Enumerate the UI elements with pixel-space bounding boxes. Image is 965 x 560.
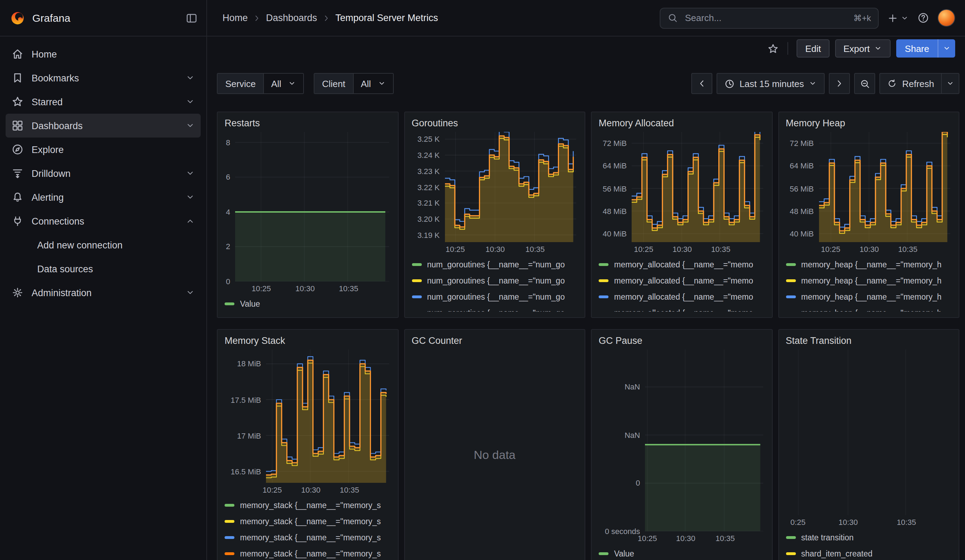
legend-item[interactable]: memory_stack {__name__="memory_s [224, 497, 391, 513]
plot-area[interactable] [790, 349, 950, 515]
x-tick-label: 10:30 [859, 245, 879, 253]
x-tick-label: 10:30 [838, 518, 858, 526]
chevron-down-wrap [185, 288, 195, 297]
add-button[interactable] [887, 12, 909, 23]
legend-series-label: memory_heap {__name__="memory_h [801, 276, 942, 284]
y-tick-label: 3.21 K [417, 199, 440, 207]
panel-title[interactable]: GC Counter [412, 334, 577, 349]
legend-item[interactable]: num_goroutines {__name__="num_go [412, 256, 577, 272]
time-range-button[interactable]: Last 15 minutes [716, 73, 825, 94]
search-box[interactable]: ⌘+k [660, 7, 879, 28]
legend-item[interactable]: memory_heap {__name__="memory_h [786, 305, 952, 312]
help-button[interactable] [917, 12, 929, 24]
export-button[interactable]: Export [835, 39, 891, 57]
legend-series-label: memory_stack {__name__="memory_s [240, 549, 381, 558]
legend-series-label: Value [614, 549, 634, 558]
sidebar-item-connections[interactable]: Connections [6, 209, 201, 233]
share-menu-button[interactable] [938, 39, 955, 57]
drilldown-icon-wrap [11, 167, 24, 180]
panel-title[interactable]: State Transition [786, 334, 952, 349]
sidebar-item-home[interactable]: Home [6, 42, 201, 66]
plot-area[interactable] [631, 132, 763, 242]
legend-series-color [786, 295, 795, 298]
y-tick-label: 3.23 K [417, 167, 440, 175]
toggle-sidebar-button[interactable] [185, 11, 198, 24]
plot-area[interactable] [266, 349, 389, 483]
x-tick-label: 10:30 [296, 284, 315, 292]
x-tick-label: 10:25 [252, 284, 271, 292]
legend-item[interactable]: state transition [786, 529, 952, 545]
panel-title[interactable]: Memory Allocated [599, 116, 765, 132]
legend-series-label: num_goroutines {__name__="num_go [427, 260, 564, 268]
chev-up-icon [185, 216, 195, 226]
service-variable: Service All [217, 73, 304, 94]
panel-title[interactable]: Restarts [224, 116, 391, 132]
breadcrumb-item-dashboards[interactable]: Dashboards [266, 13, 317, 23]
legend-item[interactable]: memory_allocated {__name__="memo [599, 272, 765, 289]
legend-series-label: num_goroutines {__name__="num_go [427, 292, 564, 301]
sidebar-item-bookmarks[interactable]: Bookmarks [6, 66, 201, 90]
legend: Value [599, 543, 765, 560]
client-variable-select[interactable]: All [353, 73, 393, 93]
plot-area[interactable] [235, 132, 389, 281]
plot-area[interactable] [445, 132, 576, 242]
plot-area[interactable] [819, 132, 950, 242]
breadcrumb-item-home[interactable]: Home [222, 13, 248, 23]
y-tick-label: NaN [625, 383, 640, 391]
legend-item[interactable]: memory_heap {__name__="memory_h [786, 256, 952, 272]
legend-item[interactable]: shard_item_created [786, 545, 952, 560]
panel-title[interactable]: Goroutines [412, 116, 577, 132]
legend-item[interactable]: num_goroutines {__name__="num_go [412, 289, 577, 305]
share-button[interactable]: Share [896, 39, 938, 57]
legend-item[interactable]: Value [224, 296, 391, 312]
sidebar-item-dashboards[interactable]: Dashboards [6, 114, 201, 137]
legend-item[interactable]: memory_stack {__name__="memory_s [224, 513, 391, 529]
legend-item[interactable]: Value [599, 545, 765, 560]
legend-series-color [224, 536, 234, 539]
x-axis: 10:2510:3010:35 [266, 483, 391, 495]
legend-item[interactable]: memory_allocated {__name__="memo [599, 289, 765, 305]
x-axis: 10:2510:3010:35 [445, 242, 577, 254]
zoom-out-button[interactable] [854, 73, 875, 94]
panel-title[interactable]: Memory Heap [786, 116, 952, 132]
bookmark-icon [11, 72, 24, 84]
legend-item[interactable]: memory_stack {__name__="memory_s [224, 545, 391, 560]
legend-item[interactable]: num_goroutines {__name__="num_go [412, 272, 577, 289]
time-back-button[interactable] [691, 73, 712, 94]
favorite-button[interactable] [767, 42, 779, 54]
service-variable-value: All [271, 78, 281, 89]
drilldown-icon [11, 167, 24, 180]
sidebar-item-administration[interactable]: Administration [6, 281, 201, 305]
sidebar-item-starred[interactable]: Starred [6, 90, 201, 114]
time-forward-button[interactable] [829, 73, 850, 94]
sidebar-item-data-sources[interactable]: Data sources [6, 257, 201, 281]
legend-series-label: num_goroutines {__name__="num_go [427, 309, 564, 312]
sidebar-item-alerting[interactable]: Alerting [6, 185, 201, 209]
search-input[interactable] [684, 12, 848, 24]
legend-item[interactable]: memory_heap {__name__="memory_h [786, 289, 952, 305]
edit-button[interactable]: Edit [797, 39, 829, 57]
sidebar-item-add-new-connection[interactable]: Add new connection [6, 233, 201, 257]
grafana-logo[interactable] [10, 10, 25, 26]
x-axis: 10:2510:3010:35 [819, 242, 952, 254]
service-variable-select[interactable]: All [263, 73, 303, 93]
legend-item[interactable]: num_goroutines {__name__="num_go [412, 305, 577, 312]
legend-item[interactable]: memory_allocated {__name__="memo [599, 305, 765, 312]
panel-title[interactable]: Memory Stack [224, 334, 391, 349]
sidebar-item-explore[interactable]: Explore [6, 137, 201, 162]
client-variable-value: All [361, 78, 371, 89]
sidebar-item-drilldown[interactable]: Drilldown [6, 162, 201, 185]
legend-series-color [786, 279, 795, 282]
legend-series-color [786, 536, 795, 539]
legend-item[interactable]: memory_stack {__name__="memory_s [224, 529, 391, 545]
refresh-button[interactable]: Refresh [880, 73, 942, 94]
panel-title[interactable]: GC Pause [599, 334, 765, 349]
y-axis: NaNNaN00 seconds [599, 349, 645, 531]
legend-item[interactable]: memory_allocated {__name__="memo [599, 256, 765, 272]
plot-area[interactable] [645, 349, 763, 531]
avatar[interactable] [938, 9, 955, 27]
refresh-interval-button[interactable] [941, 73, 959, 94]
legend-item[interactable]: memory_heap {__name__="memory_h [786, 272, 952, 289]
y-axis: 3.25 K3.24 K3.23 K3.22 K3.21 K3.20 K3.19… [412, 132, 445, 242]
x-tick-label: 10:35 [715, 534, 735, 542]
